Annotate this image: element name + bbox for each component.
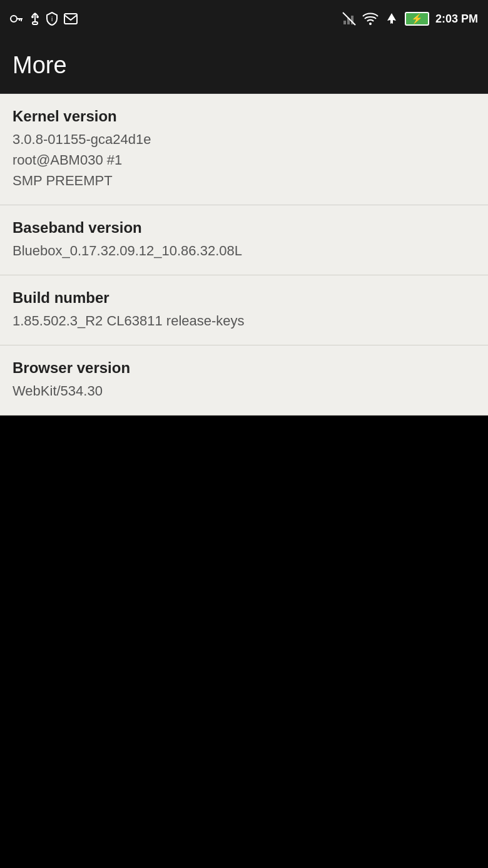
svg-rect-5 — [33, 22, 38, 24]
svg-text:i: i — [51, 16, 53, 23]
kernel-version-item: Kernel version 3.0.8-01155-gca24d1eroot@… — [0, 94, 488, 205]
baseband-version-label: Baseband version — [13, 219, 475, 237]
battery-icon: ⚡ — [405, 12, 429, 26]
svg-point-0 — [11, 16, 17, 22]
browser-version-item: Browser version WebKit/534.30 — [0, 345, 488, 416]
status-time: 2:03 PM — [435, 13, 478, 26]
page-title: More — [13, 52, 67, 79]
browser-version-label: Browser version — [13, 359, 475, 377]
svg-rect-1 — [16, 18, 23, 19]
svg-rect-14 — [347, 18, 350, 24]
usb-icon — [30, 12, 40, 26]
kernel-version-value: 3.0.8-01155-gca24d1eroot@ABM030 #1SMP PR… — [13, 129, 475, 191]
baseband-version-item: Baseband version Bluebox_0.17.32.09.12_1… — [0, 205, 488, 275]
build-number-item: Build number 1.85.502.3_R2 CL63811 relea… — [0, 275, 488, 345]
svg-rect-11 — [64, 14, 77, 24]
svg-rect-15 — [351, 16, 353, 24]
build-number-label: Build number — [13, 289, 475, 307]
kernel-version-label: Kernel version — [13, 108, 475, 125]
svg-rect-3 — [19, 19, 20, 21]
svg-point-16 — [369, 23, 372, 25]
shield-icon: i — [46, 12, 58, 26]
build-number-value: 1.85.502.3_R2 CL63811 release-keys — [13, 310, 475, 331]
airplane-icon — [385, 12, 399, 26]
no-signal-icon — [342, 12, 356, 26]
svg-point-8 — [31, 16, 34, 18]
status-bar-left-icons: i — [10, 12, 78, 26]
svg-rect-13 — [343, 21, 346, 24]
content-area: Kernel version 3.0.8-01155-gca24d1eroot@… — [0, 94, 488, 416]
title-bar: More — [0, 38, 488, 94]
svg-rect-2 — [21, 19, 22, 21]
battery-label: ⚡ — [411, 13, 423, 24]
mail-icon — [64, 13, 78, 24]
bottom-area — [0, 416, 488, 868]
status-bar: i ⚡ 2:03 PM — [0, 0, 488, 38]
wifi-icon — [362, 12, 379, 26]
svg-point-9 — [36, 16, 39, 18]
status-bar-right-icons: ⚡ 2:03 PM — [342, 12, 478, 26]
browser-version-value: WebKit/534.30 — [13, 380, 475, 401]
key-icon — [10, 14, 24, 24]
baseband-version-value: Bluebox_0.17.32.09.12_10.86.32.08L — [13, 240, 475, 261]
